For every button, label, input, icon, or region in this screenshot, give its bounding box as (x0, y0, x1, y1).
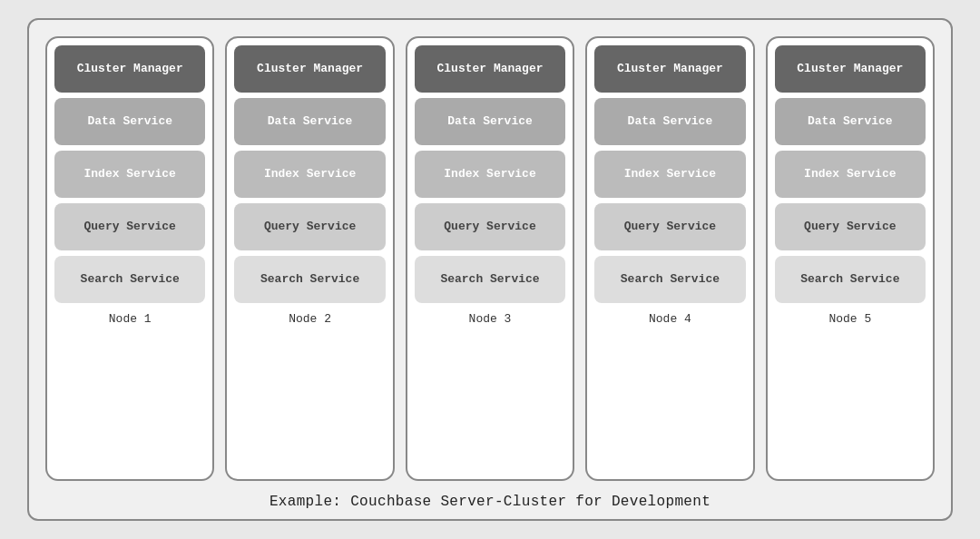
node-3-search-service: Search Service (415, 256, 565, 303)
node-4: Cluster ManagerData ServiceIndex Service… (585, 36, 754, 481)
node-4-data-service: Data Service (594, 98, 745, 145)
node-5-index-service: Index Service (775, 151, 926, 198)
node-4-search-service: Search Service (594, 256, 745, 303)
node-2-data-service: Data Service (234, 98, 385, 145)
node-2-cluster-manager: Cluster Manager (234, 45, 385, 93)
node-1-cluster-manager: Cluster Manager (54, 45, 205, 93)
node-5: Cluster ManagerData ServiceIndex Service… (766, 36, 935, 481)
node-4-cluster-manager: Cluster Manager (594, 45, 745, 93)
node-4-label: Node 4 (649, 312, 691, 328)
node-5-search-service: Search Service (775, 256, 926, 303)
node-3-query-service: Query Service (415, 203, 565, 250)
node-1-query-service: Query Service (54, 203, 205, 250)
node-3-cluster-manager: Cluster Manager (415, 45, 565, 93)
node-4-index-service: Index Service (594, 151, 745, 198)
node-3-label: Node 3 (469, 312, 512, 328)
node-1-label: Node 1 (109, 312, 152, 328)
node-4-query-service: Query Service (594, 203, 745, 250)
node-5-data-service: Data Service (775, 98, 926, 145)
node-2-label: Node 2 (289, 312, 331, 328)
nodes-row: Cluster ManagerData ServiceIndex Service… (45, 36, 935, 481)
node-2-search-service: Search Service (234, 256, 385, 303)
node-1-data-service: Data Service (54, 98, 205, 145)
node-3-index-service: Index Service (415, 151, 565, 198)
node-5-cluster-manager: Cluster Manager (775, 45, 926, 93)
node-3: Cluster ManagerData ServiceIndex Service… (406, 36, 574, 481)
node-1: Cluster ManagerData ServiceIndex Service… (45, 36, 214, 481)
node-1-index-service: Index Service (54, 151, 205, 198)
node-1-search-service: Search Service (54, 256, 205, 303)
node-2-query-service: Query Service (234, 203, 385, 250)
node-2: Cluster ManagerData ServiceIndex Service… (225, 36, 394, 481)
diagram-frame: Cluster ManagerData ServiceIndex Service… (27, 18, 953, 521)
node-5-label: Node 5 (828, 312, 871, 328)
node-3-data-service: Data Service (415, 98, 565, 145)
caption: Example: Couchbase Server-Cluster for De… (270, 494, 710, 510)
node-5-query-service: Query Service (775, 203, 926, 250)
node-2-index-service: Index Service (234, 151, 385, 198)
